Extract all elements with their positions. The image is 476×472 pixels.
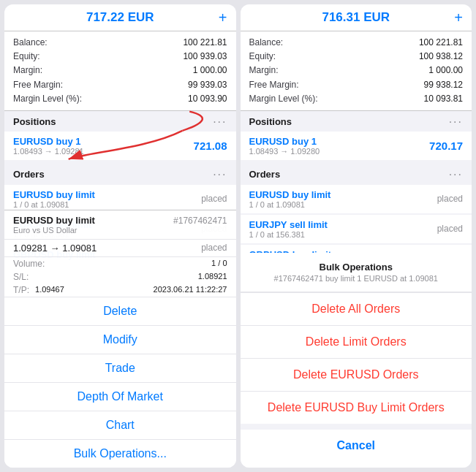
right-margin-value: 1 000.00 (428, 64, 463, 77)
bulk-delete-eurusd-buy-button[interactable]: Delete EURUSD Buy Limit Orders (241, 391, 472, 424)
left-position-item[interactable]: EURUSD buy 1 1.08493 → 1.09281 721.08 (4, 132, 236, 160)
right-equity-value: 100 938.12 (419, 50, 463, 64)
right-balance-value: 100 221.81 (419, 36, 463, 50)
right-order1-status: placed (437, 194, 463, 204)
right-positions-title: Positions (249, 116, 292, 127)
right-order2-status: placed (437, 224, 463, 234)
equity-label: Equity: (13, 50, 40, 64)
context-price: 1.09281 → 1.09081 (13, 243, 97, 254)
balance-value: 100 221.81 (183, 36, 227, 50)
positions-more-button[interactable]: ··· (213, 115, 227, 129)
right-order1-title: EURUSD buy limit (249, 189, 331, 200)
left-order1[interactable]: EURUSD buy limit 1 / 0 at 1.09081 placed (4, 184, 236, 213)
balance-label: Balance: (13, 36, 48, 50)
right-order1-info: EURUSD buy limit 1 / 0 at 1.09081 (249, 189, 331, 209)
right-free-margin-label: Free Margin: (249, 78, 299, 92)
bulk-header: Bulk Operations #1767462471 buy limit 1 … (241, 253, 472, 292)
orders-title: Orders (13, 169, 45, 180)
context-sl-label: S/L: (13, 272, 29, 282)
margin-row: Margin: 1 000.00 (13, 64, 227, 77)
context-bulk-button[interactable]: Bulk Operations... (4, 439, 236, 468)
app-container: 717.22 EUR + Balance: 100 221.81 Equity:… (0, 0, 476, 472)
bulk-title: Bulk Operations (249, 262, 464, 273)
context-order-id: #1767462471 (173, 216, 227, 226)
free-margin-value: 99 939.03 (188, 78, 227, 92)
left-header: 717.22 EUR + (4, 4, 236, 31)
context-sl-value: 1.08921 (198, 272, 227, 282)
right-panel: 716.31 EUR + Balance: 100 221.81 Equity:… (241, 4, 472, 468)
context-tp-label: T/P: (13, 285, 29, 295)
context-date: 2023.06.21 11:22:27 (154, 285, 227, 295)
order1-subtitle: 1 / 0 at 1.09081 (13, 200, 95, 209)
margin-level-row: Margin Level (%): 10 093.90 (13, 92, 227, 106)
right-add-button[interactable]: + (454, 9, 463, 26)
positions-header: Positions ··· (4, 111, 236, 132)
right-equity-label: Equity: (249, 50, 276, 64)
context-delete-button[interactable]: Delete (4, 297, 236, 325)
right-order1-subtitle: 1 / 0 at 1.09081 (249, 200, 331, 209)
right-margin-level-row: Margin Level (%): 10 093.81 (249, 92, 464, 106)
bulk-delete-all-button[interactable]: Delete All Orders (241, 292, 472, 325)
right-free-margin-row: Free Margin: 99 938.12 (249, 78, 464, 92)
context-volume-label: Volume: (13, 259, 45, 269)
context-dom-button[interactable]: Depth Of Market (4, 382, 236, 411)
context-menu: EURUSD buy limit #1767462471 Euro vs US … (4, 210, 236, 468)
order1-status: placed (201, 194, 227, 204)
right-position-info: EURUSD buy 1 1.08493 → 1.09280 (249, 136, 320, 156)
context-menu-header: EURUSD buy limit #1767462471 Euro vs US … (4, 210, 236, 240)
left-add-button[interactable]: + (219, 9, 227, 26)
context-chart-button[interactable]: Chart (4, 411, 236, 439)
context-volume-row: Volume: 1 / 0 (4, 257, 236, 270)
left-account-info: Balance: 100 221.81 Equity: 100 939.03 M… (4, 31, 236, 111)
right-order2[interactable]: EURJPY sell limit 1 / 0 at 156.381 place… (241, 214, 472, 243)
free-margin-row: Free Margin: 99 939.03 (13, 78, 227, 92)
margin-level-label: Margin Level (%): (13, 92, 82, 106)
orders-more-button[interactable]: ··· (213, 168, 227, 181)
right-position-title: EURUSD buy 1 (249, 136, 320, 147)
right-positions-header: Positions ··· (241, 111, 472, 132)
context-tp-value: 1.09467 (35, 285, 154, 295)
context-actions: Delete Modify Trade Depth Of Market Char… (4, 297, 236, 468)
right-position-value: 720.17 (429, 140, 463, 152)
bulk-delete-eurusd-button[interactable]: Delete EURUSD Orders (241, 358, 472, 391)
right-price: 716.31 EUR (322, 10, 390, 25)
context-tp-row: T/P: 1.09467 2023.06.21 11:22:27 (4, 283, 236, 297)
margin-level-value: 10 093.90 (188, 92, 227, 106)
context-modify-button[interactable]: Modify (4, 325, 236, 354)
context-title: EURUSD buy limit (13, 215, 95, 226)
right-balance-label: Balance: (249, 36, 284, 50)
right-order2-subtitle: 1 / 0 at 156.381 (249, 230, 328, 239)
left-price: 717.22 EUR (86, 10, 154, 25)
margin-value: 1 000.00 (193, 64, 227, 77)
orders-header: Orders ··· (4, 164, 236, 184)
right-account-info: Balance: 100 221.81 Equity: 100 938.12 M… (241, 31, 472, 111)
bulk-cancel-button[interactable]: Cancel (241, 424, 472, 462)
right-positions-more-button[interactable]: ··· (449, 115, 463, 129)
right-orders-more-button[interactable]: ··· (449, 168, 463, 181)
free-margin-label: Free Margin: (13, 78, 63, 92)
balance-row: Balance: 100 221.81 (13, 36, 227, 50)
bulk-operations-modal: Bulk Operations #1767462471 buy limit 1 … (241, 253, 472, 468)
position-value: 721.08 (194, 140, 227, 152)
right-equity-row: Equity: 100 938.12 (249, 50, 464, 64)
equity-row: Equity: 100 939.03 (13, 50, 227, 64)
context-trade-button[interactable]: Trade (4, 354, 236, 382)
context-price-row: 1.09281 → 1.09081 placed (4, 240, 236, 257)
order1-info: EURUSD buy limit 1 / 0 at 1.09081 (13, 189, 95, 209)
positions-title: Positions (13, 116, 56, 127)
context-subtitle: Euro vs US Dollar (13, 226, 227, 235)
right-order1[interactable]: EURUSD buy limit 1 / 0 at 1.09081 placed (241, 184, 472, 213)
right-position-item[interactable]: EURUSD buy 1 1.08493 → 1.09280 720.17 (241, 132, 472, 160)
right-header: 716.31 EUR + (241, 4, 472, 31)
position-info: EURUSD buy 1 1.08493 → 1.09281 (13, 136, 84, 156)
right-margin-level-value: 10 093.81 (424, 92, 463, 106)
right-orders-header: Orders ··· (241, 164, 472, 184)
context-status: placed (201, 243, 227, 254)
right-free-margin-value: 99 938.12 (424, 78, 463, 92)
bulk-delete-limit-button[interactable]: Delete Limit Orders (241, 325, 472, 358)
equity-value: 100 939.03 (183, 50, 227, 64)
left-panel: 717.22 EUR + Balance: 100 221.81 Equity:… (4, 4, 236, 468)
right-order2-title: EURJPY sell limit (249, 219, 328, 230)
right-balance-row: Balance: 100 221.81 (249, 36, 464, 50)
order1-title: EURUSD buy limit (13, 189, 95, 200)
